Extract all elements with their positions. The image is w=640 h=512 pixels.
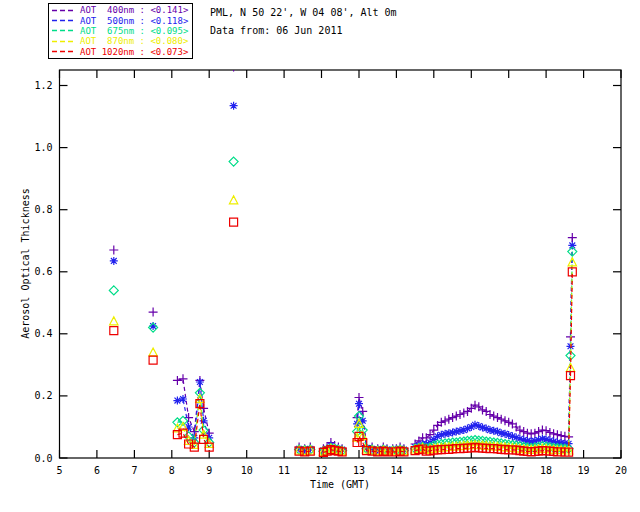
series-layer bbox=[109, 62, 577, 456]
legend-label: AOT 870nm : <0.080> bbox=[80, 36, 188, 46]
tick-labels: 5678910111213141516171819200.00.20.40.60… bbox=[34, 80, 627, 476]
plot-frame bbox=[60, 70, 622, 458]
x-tick-label: 13 bbox=[353, 465, 365, 476]
legend-item: AOT 500nm : <0.118> bbox=[51, 16, 190, 26]
legend-dash-swatch bbox=[51, 37, 77, 46]
y-tick-label: 0.8 bbox=[34, 204, 52, 215]
station-info: PML, N 50 22', W 04 08', Alt 0m bbox=[210, 7, 397, 19]
x-tick-label: 19 bbox=[578, 465, 590, 476]
x-tick-label: 6 bbox=[94, 465, 100, 476]
y-tick-label: 1.0 bbox=[34, 142, 52, 153]
x-tick-label: 20 bbox=[615, 465, 627, 476]
legend-label: AOT 675nm : <0.095> bbox=[80, 26, 188, 36]
series-markers bbox=[109, 62, 577, 453]
legend-item: AOT 675nm : <0.095> bbox=[51, 26, 190, 36]
x-tick-label: 14 bbox=[390, 465, 402, 476]
legend-dash-swatch bbox=[51, 16, 77, 25]
series-line bbox=[177, 245, 572, 450]
series-aot-500nm bbox=[110, 102, 577, 455]
series-markers bbox=[109, 157, 577, 456]
series-aot-400nm bbox=[109, 62, 577, 453]
legend-label: AOT 400nm : <0.141> bbox=[80, 5, 188, 15]
x-tick-label: 11 bbox=[278, 465, 290, 476]
legend-item: AOT 1020nm : <0.073> bbox=[51, 47, 190, 57]
axis-ticks bbox=[60, 70, 622, 458]
legend-item: AOT 870nm : <0.080> bbox=[51, 36, 190, 46]
y-axis-label: Aerosol Optical Thickness bbox=[20, 171, 31, 357]
x-tick-label: 15 bbox=[428, 465, 440, 476]
legend-label: AOT 1020nm : <0.073> bbox=[80, 47, 188, 57]
x-tick-label: 8 bbox=[169, 465, 175, 476]
legend-dash-swatch bbox=[51, 6, 77, 15]
chart-canvas: 5678910111213141516171819200.00.20.40.60… bbox=[0, 0, 640, 512]
y-tick-label: 1.2 bbox=[34, 80, 52, 91]
x-tick-label: 17 bbox=[503, 465, 515, 476]
y-tick-label: 0.4 bbox=[34, 328, 52, 339]
series-aot-870nm bbox=[110, 196, 577, 455]
series-markers bbox=[110, 196, 577, 455]
legend-dash-swatch bbox=[51, 47, 77, 56]
series-aot-675nm bbox=[109, 157, 577, 456]
x-tick-label: 5 bbox=[56, 465, 62, 476]
series-line bbox=[177, 252, 572, 452]
aot-timeseries-screen: 5678910111213141516171819200.00.20.40.60… bbox=[0, 0, 640, 512]
x-tick-label: 12 bbox=[315, 465, 327, 476]
x-tick-label: 7 bbox=[131, 465, 137, 476]
y-tick-label: 0.2 bbox=[34, 390, 52, 401]
legend: AOT 400nm : <0.141>AOT 500nm : <0.118>AO… bbox=[48, 3, 193, 59]
legend-label: AOT 500nm : <0.118> bbox=[80, 16, 188, 26]
series-line bbox=[177, 272, 572, 453]
x-tick-label: 9 bbox=[206, 465, 212, 476]
x-tick-label: 18 bbox=[540, 465, 552, 476]
y-tick-label: 0.0 bbox=[34, 453, 52, 464]
legend-item: AOT 400nm : <0.141> bbox=[51, 5, 190, 15]
x-axis-label: Time (GMT) bbox=[40, 479, 640, 490]
y-tick-label: 0.6 bbox=[34, 266, 52, 277]
series-markers bbox=[110, 102, 577, 455]
data-date: Data from: 06 Jun 2011 bbox=[210, 25, 342, 37]
x-tick-label: 10 bbox=[241, 465, 253, 476]
x-tick-label: 16 bbox=[465, 465, 477, 476]
series-line bbox=[177, 238, 572, 449]
legend-dash-swatch bbox=[51, 26, 77, 35]
